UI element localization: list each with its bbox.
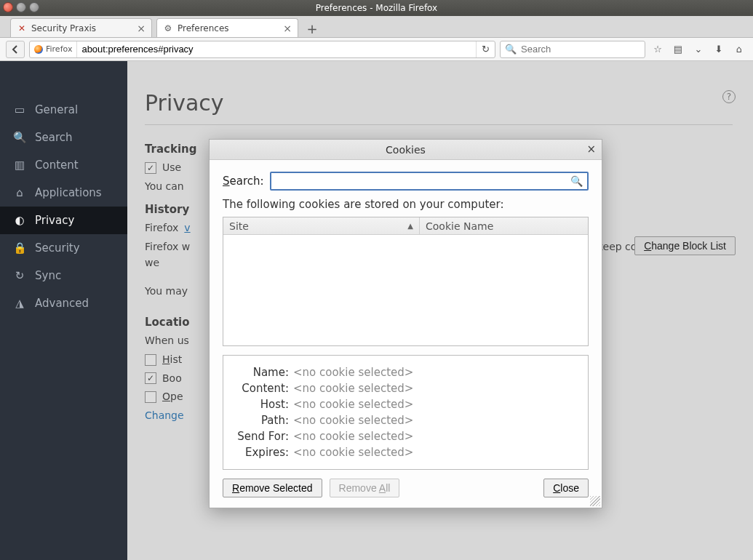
detail-expires-label: Expires: (232, 446, 289, 459)
search-icon: 🔍 (505, 44, 517, 55)
search-icon: 🔍 (570, 175, 583, 187)
magnifier-icon: 🔍 (13, 131, 26, 144)
sidebar-item-label: Search (35, 131, 73, 144)
sidebar-item-content[interactable]: ▥Content (0, 151, 127, 179)
downloads-icon[interactable]: ⬇ (711, 41, 727, 57)
col-cookie-name[interactable]: Cookie Name (420, 217, 588, 234)
sidebar-item-search[interactable]: 🔍Search (0, 124, 127, 151)
tab-close-icon[interactable]: × (137, 23, 146, 33)
dialog-titlebar: Cookies × (210, 140, 602, 160)
back-button[interactable] (6, 41, 25, 58)
sidebar-item-label: Privacy (35, 214, 74, 227)
detail-content-label: Content: (232, 382, 289, 395)
document-icon: ▥ (13, 159, 26, 172)
cookie-search-box[interactable]: 🔍 (270, 172, 589, 191)
favicon-security-praxis: ✕ (17, 23, 27, 33)
cookie-search-input[interactable] (276, 176, 570, 187)
cookie-search-label: Search: (223, 175, 264, 188)
window-title: Preferences - Mozilla Firefox (316, 3, 437, 13)
sidebar-item-advanced[interactable]: ◮Advanced (0, 289, 127, 317)
cookie-list-header: Site▲ Cookie Name (223, 217, 588, 235)
sidebar-item-label: Sync (35, 269, 61, 282)
tab-close-icon[interactable]: × (283, 23, 292, 33)
rocket-icon: ⌂ (13, 186, 26, 199)
pocket-icon[interactable]: ⌄ (690, 41, 706, 57)
sort-asc-icon: ▲ (407, 222, 413, 230)
new-tab-button[interactable]: + (303, 20, 322, 37)
dialog-title: Cookies (386, 144, 426, 156)
hat-icon: ◮ (13, 297, 26, 310)
library-icon[interactable]: ▤ (670, 41, 686, 57)
sidebar-item-general[interactable]: ▭General (0, 96, 127, 124)
detail-sendfor-label: Send For: (232, 430, 289, 443)
lock-icon: 🔒 (13, 241, 26, 255)
remove-selected-button[interactable]: Remove Selected (223, 479, 322, 497)
tab-strip: ✕ Security Praxis × ⚙ Preferences × + (0, 16, 753, 38)
sidebar-item-label: Advanced (35, 297, 89, 310)
cookies-dialog: Cookies × Search: 🔍 The following cookie… (209, 139, 602, 508)
tab-label: Preferences (178, 23, 229, 33)
screen-icon: ▭ (13, 103, 26, 116)
detail-host-label: Host: (232, 398, 289, 411)
detail-content-value: <no cookie selected> (293, 382, 413, 395)
cookie-detail-panel: Name:<no cookie selected> Content:<no co… (223, 355, 589, 470)
window-minimize-button[interactable] (16, 2, 26, 12)
tab-preferences[interactable]: ⚙ Preferences × (156, 18, 298, 37)
dialog-close-icon[interactable]: × (586, 143, 596, 156)
cookie-description: The following cookies are stored on your… (223, 198, 589, 211)
detail-host-value: <no cookie selected> (293, 398, 413, 411)
sync-icon: ↻ (13, 269, 26, 282)
detail-path-value: <no cookie selected> (293, 414, 413, 427)
firefox-icon (34, 45, 43, 54)
sidebar-item-sync[interactable]: ↻Sync (0, 262, 127, 289)
bookmark-star-icon[interactable]: ☆ (650, 41, 666, 57)
search-bar[interactable]: 🔍 (500, 41, 645, 58)
window-maximize-button[interactable] (29, 2, 39, 12)
window-close-button[interactable] (3, 2, 13, 12)
reload-button[interactable]: ↻ (476, 41, 495, 57)
window-titlebar: Preferences - Mozilla Firefox (0, 0, 753, 16)
tab-security-praxis[interactable]: ✕ Security Praxis × (10, 18, 152, 37)
url-bar[interactable]: Firefox ↻ (29, 41, 495, 58)
sidebar-item-privacy[interactable]: ◐Privacy (0, 207, 127, 234)
sidebar-item-label: Content (35, 159, 79, 172)
preferences-sidebar: ▭General 🔍Search ▥Content ⌂Applications … (0, 61, 127, 560)
sidebar-item-label: General (35, 103, 78, 116)
identity-label: Firefox (46, 44, 72, 54)
gear-icon: ⚙ (163, 23, 173, 33)
cookie-list[interactable]: Site▲ Cookie Name (223, 217, 589, 346)
sidebar-item-label: Applications (35, 186, 102, 199)
resize-grip[interactable] (590, 496, 600, 506)
detail-expires-value: <no cookie selected> (293, 446, 413, 459)
search-input[interactable] (521, 44, 643, 55)
remove-all-button[interactable]: Remove All (330, 479, 400, 497)
detail-sendfor-value: <no cookie selected> (293, 430, 413, 443)
detail-path-label: Path: (232, 414, 289, 427)
col-site[interactable]: Site▲ (223, 217, 420, 234)
home-icon[interactable]: ⌂ (731, 41, 747, 57)
identity-box[interactable]: Firefox (30, 41, 77, 57)
sidebar-item-security[interactable]: 🔒Security (0, 234, 127, 262)
mask-icon: ◐ (13, 214, 26, 227)
tab-label: Security Praxis (31, 23, 96, 33)
sidebar-item-label: Security (35, 241, 80, 255)
detail-name-label: Name: (232, 366, 289, 379)
url-input[interactable] (77, 44, 476, 55)
sidebar-item-applications[interactable]: ⌂Applications (0, 179, 127, 207)
nav-toolbar: Firefox ↻ 🔍 ☆ ▤ ⌄ ⬇ ⌂ (0, 38, 753, 61)
detail-name-value: <no cookie selected> (293, 366, 413, 379)
close-button[interactable]: Close (543, 479, 589, 497)
